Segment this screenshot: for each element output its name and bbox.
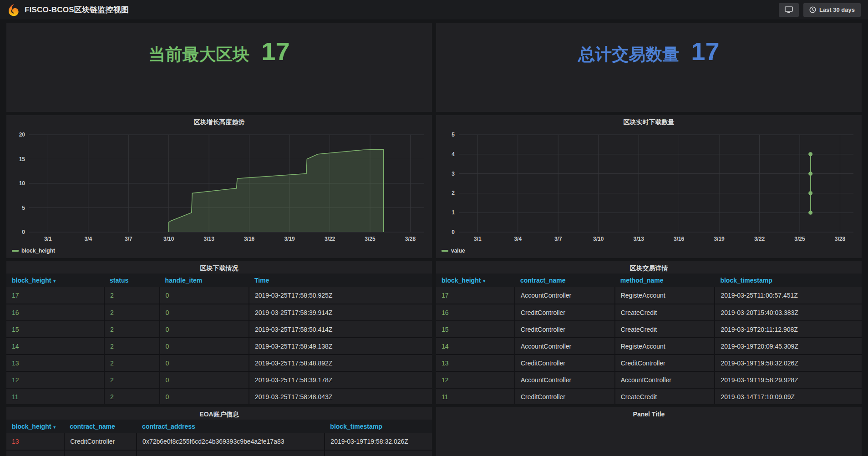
panel-title[interactable]: EOA账户信息 — [6, 407, 432, 420]
table-header-block_height[interactable]: block_height▾ — [6, 420, 64, 433]
svg-text:0: 0 — [452, 229, 455, 235]
table-header-row: block_height▾contract_namecontract_addre… — [6, 420, 432, 433]
legend-item[interactable]: value — [442, 248, 465, 254]
legend-item[interactable]: block_height — [12, 248, 55, 254]
table-row: 13CreditController0x72b6e0f8c255f6cd2c4b… — [6, 433, 432, 450]
table-row: 15CreditControllerCreateCredit2019-03-19… — [436, 321, 862, 338]
time-range-label: Last 30 days — [819, 6, 855, 13]
data-point — [808, 191, 812, 195]
svg-text:3/28: 3/28 — [835, 236, 846, 242]
dashboard-title[interactable]: FISCO-BCOS区块链监控视图 — [25, 5, 129, 15]
table-cell: 13 — [6, 433, 64, 450]
svg-text:3/16: 3/16 — [674, 236, 685, 242]
svg-text:1: 1 — [452, 209, 455, 216]
table-cell: 2019-03-14T17:10:09.09Z — [715, 388, 862, 404]
svg-text:3/13: 3/13 — [203, 236, 214, 242]
svg-text:3/25: 3/25 — [365, 236, 376, 242]
table-header-method_name[interactable]: method_name — [615, 274, 715, 287]
panel-title[interactable]: 区块下载情况 — [6, 261, 432, 274]
svg-text:20: 20 — [19, 132, 25, 138]
table-cell: 2 — [104, 355, 160, 371]
svg-text:4: 4 — [452, 151, 455, 157]
svg-text:10: 10 — [19, 180, 25, 187]
chart-svg: 051015203/13/43/73/103/133/163/193/223/2… — [6, 128, 430, 247]
table-cell: 2019-03-19T19:58:32.026Z — [325, 433, 432, 450]
table-row — [6, 450, 432, 456]
svg-text:3/16: 3/16 — [244, 236, 255, 242]
table-cell: 0 — [160, 287, 249, 304]
table-cell: CreditController — [515, 388, 615, 404]
table-cell: 2019-03-20T15:40:03.383Z — [715, 304, 862, 321]
table-cell — [64, 450, 137, 456]
chart-container[interactable]: 0123453/13/43/73/103/133/163/193/223/253… — [436, 128, 862, 247]
chart-panel-block-height-trend: 区块增长高度趋势 051015203/13/43/73/103/133/163/… — [6, 115, 432, 258]
stat-value: 17 — [261, 36, 289, 66]
table-cell: 2 — [104, 287, 160, 304]
table-cell: 2 — [104, 304, 160, 321]
svg-text:3/1: 3/1 — [474, 236, 482, 242]
table-cell: 2019-03-25T17:58:50.925Z — [249, 287, 432, 304]
panel-title[interactable]: 区块交易详情 — [436, 261, 862, 274]
table-cell: RegisteAccount — [615, 287, 715, 304]
chart-svg: 0123453/13/43/73/103/133/163/193/223/253… — [436, 128, 860, 247]
clock-icon — [809, 6, 816, 13]
table-cell: CreditController — [515, 321, 615, 338]
table-header-block_height[interactable]: block_height▾ — [436, 274, 515, 287]
table-header-block_timestamp[interactable]: block_timestamp — [715, 274, 862, 287]
table-header-handle_item[interactable]: handle_item — [160, 274, 249, 287]
table-cell: 0 — [160, 338, 249, 355]
table-cell — [137, 450, 325, 456]
table-header-contract_name[interactable]: contract_name — [64, 420, 137, 433]
table-cell: 2019-03-25T17:58:48.892Z — [249, 355, 432, 371]
table-header-block_height[interactable]: block_height▾ — [6, 274, 104, 287]
panel-title[interactable]: Panel Title — [436, 407, 862, 420]
table-cell: 2019-03-25T17:58:39.914Z — [249, 304, 432, 321]
stat-label: 总计交易数量 — [578, 43, 679, 66]
table-row: 16CreditControllerCreateCredit2019-03-20… — [436, 304, 862, 321]
stat-singlestat: 总计交易数量 17 — [436, 23, 862, 66]
table-row: 13CreditControllerCreditController2019-0… — [436, 355, 862, 371]
sort-desc-icon: ▾ — [53, 425, 56, 430]
sort-desc-icon: ▾ — [53, 279, 56, 284]
table-cell: 0 — [160, 321, 249, 338]
table-header-block_timestamp[interactable]: block_timestamp — [325, 420, 432, 433]
table-cell — [6, 450, 64, 456]
table-row: 17202019-03-25T17:58:50.925Z — [6, 287, 432, 304]
table-cell: CreateCredit — [615, 304, 715, 321]
stat-singlestat: 当前最大区块 17 — [6, 23, 432, 66]
svg-text:3/4: 3/4 — [514, 236, 522, 242]
table-cell: 2 — [104, 388, 160, 404]
table-panel-block-download: 区块下载情况 block_height▾statushandle_itemTim… — [6, 261, 432, 404]
time-range-button[interactable]: Last 30 days — [803, 3, 861, 17]
table-header-contract_address[interactable]: contract_address — [137, 420, 325, 433]
svg-text:0: 0 — [22, 229, 25, 235]
table-cell: 2 — [104, 321, 160, 338]
grafana-logo[interactable] — [7, 4, 20, 16]
table-cell: RegisteAccount — [615, 338, 715, 355]
table-cell: CreditController — [515, 355, 615, 371]
table-cell: AccountController — [515, 338, 615, 355]
table-cell: 14 — [436, 338, 515, 355]
table-cell: AccountController — [515, 287, 615, 304]
chart-container[interactable]: 051015203/13/43/73/103/133/163/193/223/2… — [6, 128, 432, 247]
svg-text:3/28: 3/28 — [405, 236, 416, 242]
panel-title[interactable]: 区块增长高度趋势 — [6, 115, 432, 127]
tv-mode-button[interactable] — [779, 3, 799, 17]
table-row: 14AccountControllerRegisteAccount2019-03… — [436, 338, 862, 355]
panel-title[interactable]: 区块实时下载数量 — [436, 115, 862, 127]
table-container: block_height▾statushandle_itemTime172020… — [6, 274, 432, 404]
table-cell: 12 — [436, 371, 515, 388]
table-container: block_height▾contract_namecontract_addre… — [6, 420, 432, 456]
table-header-status[interactable]: status — [104, 274, 160, 287]
table-cell: 13 — [6, 355, 104, 371]
table-cell: 2019-03-19T19:58:32.026Z — [715, 355, 862, 371]
table-cell: 0x72b6e0f8c255f6cd2c4b369393c9be4a2fe17a… — [137, 433, 325, 450]
table-header-Time[interactable]: Time — [249, 274, 432, 287]
table-row: 15202019-03-25T17:58:50.414Z — [6, 321, 432, 338]
table-cell — [325, 450, 432, 456]
legend-label: value — [451, 248, 465, 254]
table-cell: 2 — [104, 371, 160, 388]
svg-text:3/19: 3/19 — [284, 236, 295, 242]
svg-text:3/22: 3/22 — [754, 236, 765, 242]
table-header-contract_name[interactable]: contract_name — [515, 274, 615, 287]
